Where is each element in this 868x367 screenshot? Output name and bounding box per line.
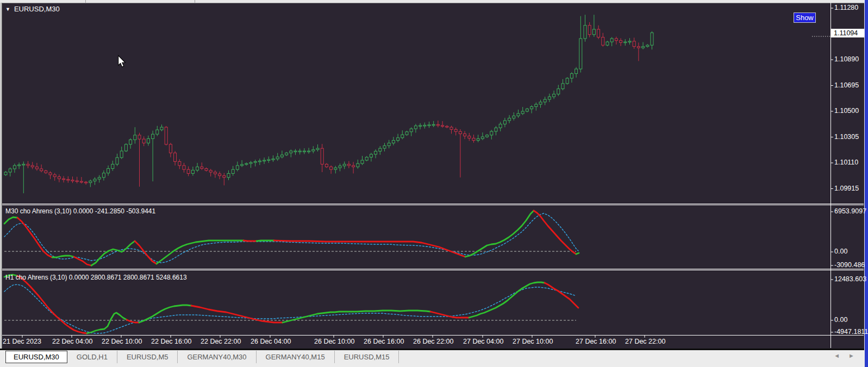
chart-tab-gold-h1[interactable]: GOLD,H1 xyxy=(67,351,117,363)
candle-body xyxy=(129,140,132,144)
candle-body xyxy=(152,134,154,138)
oscillator-signal-line xyxy=(4,213,578,263)
candle-body xyxy=(165,127,167,144)
candle-body xyxy=(347,164,350,165)
symbol-timeframe-label[interactable]: ▼ EURUSD,M30 xyxy=(5,5,60,13)
chevron-down-icon: ▼ xyxy=(5,7,10,12)
candle-body xyxy=(254,162,257,163)
tab-scroll-right-icon[interactable]: ► xyxy=(848,352,854,359)
tab-scroll-left-icon[interactable]: ◄ xyxy=(834,352,840,359)
candle-body xyxy=(499,124,502,128)
time-axis-label: 22 Dec 10:00 xyxy=(102,338,142,345)
oscillator-main-segment xyxy=(534,211,576,254)
candle-body xyxy=(67,179,70,180)
oscillator-main-segment xyxy=(17,276,87,333)
candle-body xyxy=(107,168,110,173)
candle-body xyxy=(183,166,185,169)
oscillator-signal-line xyxy=(4,284,576,333)
candle-body xyxy=(93,179,96,181)
chart-tab-eurusd-m15[interactable]: EURUSD,M15 xyxy=(335,351,399,363)
candle-body xyxy=(298,151,301,152)
candle-body xyxy=(535,104,538,106)
candle-body xyxy=(548,97,551,99)
price-scale-label: 1.10305 xyxy=(834,133,859,141)
candle-body xyxy=(4,172,7,175)
chart-tab-eurusd-m30[interactable]: EURUSD,M30 xyxy=(5,351,67,363)
candle-body xyxy=(401,135,404,138)
time-axis-label: 26 Dec 22:00 xyxy=(413,338,453,345)
candle-body xyxy=(397,138,399,141)
candle-body xyxy=(89,181,92,182)
candle-body xyxy=(321,148,323,164)
time-axis-label: 27 Dec 10:00 xyxy=(513,338,553,345)
candle-body xyxy=(428,125,430,126)
current-price-badge: 1.11094 xyxy=(831,29,864,37)
candle-body xyxy=(285,153,288,155)
candle-body xyxy=(178,162,181,166)
candle-body xyxy=(521,111,524,113)
candle-body xyxy=(174,153,177,162)
candle-body xyxy=(169,144,172,153)
candle-body xyxy=(579,39,582,69)
candle-body xyxy=(120,151,123,157)
price-scale-label: 1.10695 xyxy=(834,81,859,89)
candle-body xyxy=(205,168,208,170)
candle-body xyxy=(9,169,11,172)
candle-body xyxy=(187,169,190,173)
indicator-scale-label: 0.00 xyxy=(834,248,847,255)
indicator-scale-label: 12483.603 xyxy=(834,275,866,283)
price-scale-label: 1.10110 xyxy=(834,159,858,166)
oscillator-main-segment xyxy=(576,253,579,254)
candle-body xyxy=(477,138,479,140)
indicator2-label: H1 cho Ahrens (3,10) 0.0000 2800.8671 28… xyxy=(5,274,187,281)
time-axis-label: 21 Dec 2023 xyxy=(3,338,41,345)
candle-body xyxy=(392,141,395,143)
candle-body xyxy=(472,138,475,140)
candle-body xyxy=(236,166,239,169)
candle-body xyxy=(370,154,372,157)
candle-body xyxy=(633,41,635,47)
mt-chart-window: 6953.90970.00-3090.48612483.6030.00-4947… xyxy=(0,0,868,367)
candle-body xyxy=(276,157,279,159)
candle-body xyxy=(272,159,274,160)
chart-tabs: EURUSD,M30GOLD,H1EURUSD,M5GERMANY40,M30G… xyxy=(5,351,399,363)
indicator-scale-label: -4947.1811 xyxy=(834,328,868,336)
time-axis-label: 27 Dec 16:00 xyxy=(576,338,616,345)
candle-body xyxy=(606,42,609,45)
candle-body xyxy=(539,102,542,104)
candle-body xyxy=(294,151,297,152)
candle-body xyxy=(530,106,533,109)
candle-body xyxy=(557,89,560,94)
candle-body xyxy=(624,42,627,43)
candle-body xyxy=(191,170,194,173)
candle-body xyxy=(464,134,466,136)
candle-body xyxy=(410,129,413,132)
candle-body xyxy=(98,178,101,179)
chart-tab-bar: EURUSD,M30GOLD,H1EURUSD,M5GERMANY40,M30G… xyxy=(0,349,864,367)
candle-body xyxy=(419,125,422,126)
candle-body xyxy=(196,167,199,170)
oscillator-main-segment xyxy=(257,241,274,241)
candle-body xyxy=(22,164,25,165)
chart-tab-germany40-m15[interactable]: GERMANY40,M15 xyxy=(257,351,335,363)
candle-body xyxy=(71,180,74,181)
oscillator-main-segment xyxy=(283,311,430,322)
time-axis-label: 26 Dec 10:00 xyxy=(314,338,354,345)
candle-body xyxy=(357,163,359,167)
chart-tab-eurusd-m5[interactable]: EURUSD,M5 xyxy=(117,351,178,363)
candle-body xyxy=(18,165,21,166)
candle-body xyxy=(388,143,390,145)
show-button[interactable]: Show xyxy=(794,12,816,23)
candle-body xyxy=(468,136,471,138)
candle-body xyxy=(575,69,578,74)
candle-body xyxy=(383,145,386,148)
indicator-scale-label: -3090.486 xyxy=(834,261,865,269)
candle-body xyxy=(642,47,645,48)
time-axis-label: 26 Dec 04:00 xyxy=(251,338,291,345)
chart-tab-germany40-m30[interactable]: GERMANY40,M30 xyxy=(178,351,256,363)
candle-body xyxy=(40,169,43,171)
candle-body xyxy=(602,37,604,46)
candle-body xyxy=(436,124,439,125)
candle-body xyxy=(544,99,546,102)
candle-body xyxy=(365,157,368,161)
